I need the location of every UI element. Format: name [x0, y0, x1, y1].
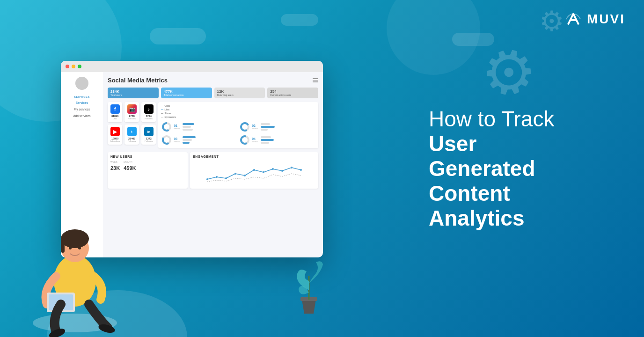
cloud-decoration: [281, 14, 318, 26]
svg-point-11: [234, 173, 236, 175]
metrics-chart-panel: Clicks Likes Shares Impressions: [158, 102, 318, 148]
legend-clicks: Clicks: [161, 105, 315, 107]
tagline-part1: How to Track: [429, 107, 554, 131]
svg-point-17: [291, 167, 293, 168]
svg-point-25: [78, 247, 81, 249]
svg-point-13: [253, 169, 255, 171]
sidebar-item-add-services[interactable]: Add services: [61, 113, 103, 118]
tagline-part2: User: [429, 132, 476, 156]
dashboard-title: Social Media Metrics: [108, 77, 168, 84]
facebook-icon: f: [110, 104, 120, 114]
linkedin-icon: in: [144, 127, 154, 136]
hamburger-line: [313, 78, 318, 79]
tiktok-icon: ♪: [144, 104, 154, 114]
menu-icon[interactable]: [313, 78, 318, 82]
bottom-row: NEW USERS WEEK 23K MONTH 459K ENGAGEMENT: [108, 152, 318, 189]
tagline-part3: Generated Content: [429, 156, 535, 205]
tiktok-sublabel: Followers: [145, 117, 153, 120]
social-card-tiktok: ♪ 6744 Followers: [141, 102, 156, 122]
gear-icon-small: ⚙: [539, 5, 564, 37]
donut-01: 01 metrics: [161, 121, 237, 132]
stat-label-returning: Returning users: [217, 94, 263, 96]
donut-02: 02 metrics: [239, 121, 315, 132]
svg-point-14: [263, 171, 264, 173]
week-label: WEEK: [110, 161, 120, 163]
legend-shares: Shares: [161, 112, 315, 115]
legend-impressions: Impressions: [161, 116, 315, 118]
instagram-icon: 📷: [127, 104, 137, 114]
donut-04: 04 metrics: [239, 134, 315, 146]
social-card-instagram: 📷 2789 Followers: [124, 102, 139, 122]
social-card-youtube: ▶ 19890 Subscribers: [108, 125, 122, 145]
legend-dot-shares: [161, 113, 163, 114]
muvi-logo: MUVI: [564, 10, 625, 28]
social-card-facebook: f 31096 Likes: [108, 102, 122, 122]
svg-point-15: [272, 168, 274, 170]
donut-info-01: 01 metrics: [174, 124, 180, 130]
stat-card-total-users: 234K Total users: [108, 88, 159, 98]
tagline-part4: Analytics: [429, 205, 525, 230]
muvi-logo-text: MUVI: [587, 12, 625, 27]
svg-point-10: [225, 177, 227, 179]
donut-info-04: 04 metrics: [252, 137, 258, 143]
twitter-sublabel: Followers: [128, 140, 136, 142]
svg-point-8: [206, 178, 208, 180]
sidebar-section-services: SERVICES: [74, 95, 90, 98]
donut-circle-03: [161, 134, 172, 146]
engagement-title: ENGAGEMENT: [193, 155, 315, 158]
donut-circle-01: [161, 121, 172, 132]
donut-circle-02: [239, 121, 250, 132]
social-platforms-grid: f 31096 Likes 📷 2789 Followers ♪ 6744 Fo…: [108, 102, 156, 145]
new-users-title: NEW USERS: [110, 155, 185, 158]
instagram-sublabel: Followers: [128, 117, 136, 120]
svg-point-12: [244, 175, 246, 176]
dashboard-header: Social Media Metrics: [108, 77, 318, 84]
sidebar-item-services[interactable]: Services: [61, 100, 103, 105]
window-maximize-button[interactable]: [78, 65, 81, 68]
stat-label-active: Current active users: [270, 94, 315, 96]
stat-number-active: 254: [270, 89, 315, 94]
svg-point-24: [69, 247, 72, 249]
window-close-button[interactable]: [66, 65, 69, 68]
donut-03: 03 metrics: [161, 134, 237, 146]
svg-point-16: [281, 170, 283, 172]
week-value: 23K: [110, 165, 120, 171]
stat-card-conversations: 477K Total conversations: [161, 88, 212, 98]
browser-titlebar: [61, 61, 323, 72]
window-minimize-button[interactable]: [72, 65, 75, 68]
bar-lines-02: [261, 123, 275, 131]
right-tagline-area: How to Track User Generated Content Anal…: [429, 107, 607, 230]
person-illustration: [28, 178, 122, 337]
donut-circle-04: [239, 134, 250, 146]
bar-lines-03: [183, 136, 196, 144]
engagement-panel: ENGAGEMENT: [190, 152, 318, 189]
month-value: 459K: [124, 165, 136, 171]
engagement-chart: [193, 161, 315, 184]
plant-illustration: [290, 257, 328, 318]
new-users-month: MONTH 459K: [124, 161, 136, 172]
donut-info-03: 03 metrics: [174, 137, 180, 143]
stat-card-returning: 12K Returning users: [214, 88, 265, 98]
donut-charts-grid: 01 metrics: [161, 121, 315, 146]
svg-point-18: [300, 169, 302, 171]
legend-dot-impressions: [161, 117, 163, 118]
sidebar-item-my-services[interactable]: My services: [61, 107, 103, 112]
bar-lines-01: [183, 123, 194, 131]
stat-card-active: 254 Current active users: [267, 88, 318, 98]
stat-label-conversations: Total conversations: [164, 94, 209, 96]
linkedin-sublabel: Followers: [145, 140, 153, 142]
svg-point-22: [61, 229, 89, 248]
tagline-block: How to Track User Generated Content Anal…: [429, 107, 607, 230]
donut-info-02: 02 metrics: [252, 124, 258, 130]
stat-label-total-users: Total users: [110, 94, 156, 96]
chart-legend: Clicks Likes Shares Impressions: [161, 105, 315, 119]
muvi-logo-icon: [564, 10, 582, 28]
legend-dot-clicks: [161, 106, 163, 107]
svg-point-9: [216, 176, 218, 178]
stat-number-total-users: 234K: [110, 89, 156, 94]
middle-row: f 31096 Likes 📷 2789 Followers ♪ 6744 Fo…: [108, 102, 318, 148]
legend-dot-likes: [161, 110, 163, 110]
social-card-linkedin: in 1342 Followers: [141, 125, 156, 145]
bar-lines-04: [261, 136, 274, 144]
social-card-twitter: t 23467 Followers: [124, 125, 139, 145]
